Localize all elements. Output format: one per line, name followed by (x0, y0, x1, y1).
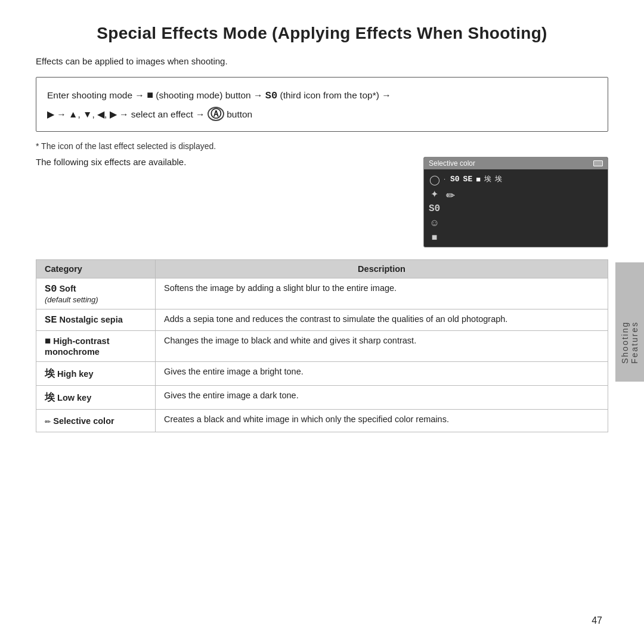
instruction-line2: ▶ → ▲, ▼, ◀, ▶ → buttonselect an effect … (47, 109, 252, 119)
icon-se: SE (45, 314, 57, 326)
effect-icon-se: SE (463, 175, 473, 184)
label-hc: High-contrast monochrome (45, 336, 109, 357)
camera-icons-row: S0 SE ■ 埃 埃 (450, 174, 502, 184)
icon-hk: 埃 (45, 369, 55, 380)
table-header: Category Description (36, 260, 608, 278)
available-text: The following six effects are available. (36, 157, 405, 167)
effects-table: Category Description S0 Soft (default se… (36, 259, 608, 432)
category-lk: 埃 Low key (36, 386, 156, 410)
cam-icon-2: ✦ (431, 190, 438, 199)
category-se: SE Nostalgic sepia (36, 309, 156, 331)
left-content: The following six effects are available. (36, 157, 405, 177)
icon-soft: S0 (45, 283, 57, 295)
table-body: S0 Soft (default setting) Softens the im… (36, 278, 608, 432)
table-row: ✏ Selective color Creates a black and wh… (36, 410, 608, 432)
camera-icons-left: ◯ ✦ S0 ☺ ■ (429, 174, 440, 242)
camera-header: Selective color (424, 157, 608, 169)
content-area: The following six effects are available.… (36, 157, 608, 247)
pencil-icon: ✏ (446, 189, 455, 202)
table-row: ■ High-contrast monochrome Changes the i… (36, 331, 608, 362)
effect-icon-hc: ■ (476, 175, 481, 184)
camera-dot: · (444, 176, 445, 182)
cam-icon-4: ☺ (429, 218, 439, 228)
category-hk: 埃 High key (36, 362, 156, 386)
cam-icon-1: ◯ (429, 175, 440, 185)
camera-ui-mockup: Selective color ◯ ✦ S0 ☺ ■ · S0 SE (423, 157, 608, 247)
label-soft: Soft (59, 284, 76, 293)
effect-icon-s0: S0 (450, 175, 460, 184)
table-row: SE Nostalgic sepia Adds a sepia tone and… (36, 309, 608, 331)
desc-hk: Gives the entire image a bright tone. (156, 362, 608, 386)
side-tab-label: Shooting Features (620, 280, 639, 364)
cam-icon-5: ■ (432, 233, 438, 242)
page-number: 47 (592, 615, 602, 626)
category-hc: ■ High-contrast monochrome (36, 331, 156, 362)
page-title: Special Effects Mode (Applying Effects W… (36, 24, 608, 43)
label-se: Nostalgic sepia (59, 315, 122, 324)
desc-sc: Creates a black and white image in which… (156, 410, 608, 432)
label-hk: High key (57, 369, 93, 379)
category-soft: S0 Soft (default setting) (36, 278, 156, 309)
instruction-line1: Enter shooting mode → ■ (shooting mode) … (47, 90, 391, 100)
camera-body: ◯ ✦ S0 ☺ ■ · S0 SE ■ 埃 埃 (424, 169, 608, 247)
page: Special Effects Mode (Applying Effects W… (0, 0, 644, 644)
label-lk: Low key (57, 393, 91, 402)
footnote: * The icon of the last effect selected i… (36, 141, 608, 151)
camera-center: · S0 SE ■ 埃 埃 ✏ (444, 174, 603, 242)
instruction-box: Enter shooting mode → ■ (shooting mode) … (36, 77, 608, 132)
effect-icon-lk: 埃 (495, 174, 502, 184)
table-row: 埃 Low key Gives the entire image a dark … (36, 386, 608, 410)
side-tab: Shooting Features (615, 262, 644, 382)
desc-soft: Softens the image by adding a slight blu… (156, 278, 608, 309)
table-row: 埃 High key Gives the entire image a brig… (36, 362, 608, 386)
camera-row-icons: · S0 SE ■ 埃 埃 (444, 174, 603, 184)
camera-row-pencil: ✏ (444, 189, 603, 202)
effect-icon-hk: 埃 (484, 174, 491, 184)
label-sc: Selective color (53, 416, 114, 426)
sublabel-soft: (default setting) (45, 295, 98, 304)
desc-hc: Changes the image to black and white and… (156, 331, 608, 362)
battery-icon (593, 160, 603, 166)
desc-lk: Gives the entire image a dark tone. (156, 386, 608, 410)
camera-header-label: Selective color (429, 159, 475, 168)
icon-lk: 埃 (45, 392, 55, 404)
cam-icon-3: S0 (429, 204, 440, 213)
intro-text: Effects can be applied to images when sh… (36, 56, 608, 66)
icon-sc: ✏ (45, 416, 51, 427)
col-category: Category (36, 260, 156, 278)
icon-hc: ■ (45, 336, 51, 347)
col-description: Description (156, 260, 608, 278)
table-row: S0 Soft (default setting) Softens the im… (36, 278, 608, 309)
desc-se: Adds a sepia tone and reduces the contra… (156, 309, 608, 331)
category-sc: ✏ Selective color (36, 410, 156, 432)
